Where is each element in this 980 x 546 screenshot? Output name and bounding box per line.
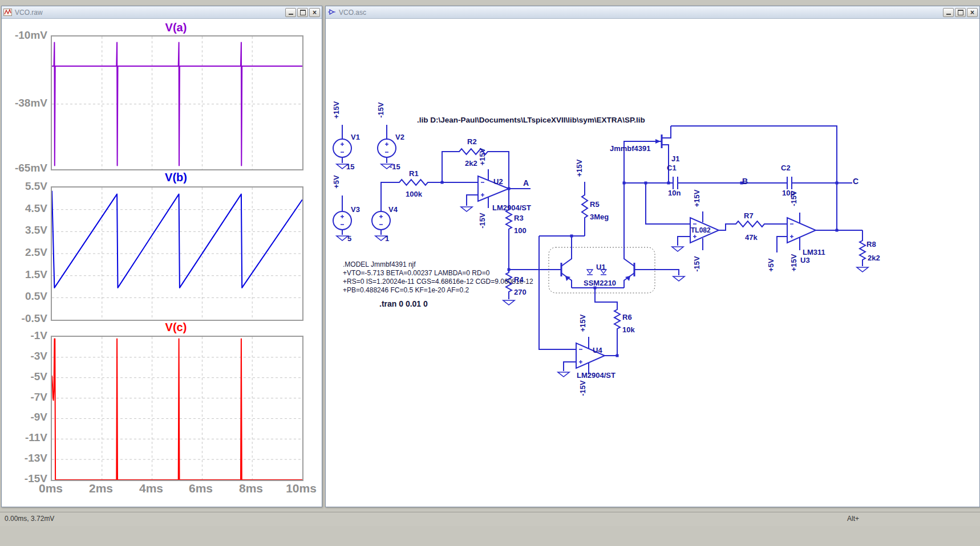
label-v1-value[interactable]: 15 [346, 162, 354, 171]
label-j1-name[interactable]: J1 [671, 154, 679, 163]
voltage-source[interactable] [333, 211, 351, 230]
label-u1-model[interactable]: SSM2210 [584, 279, 616, 287]
label-r1-name[interactable]: R1 [409, 169, 419, 178]
rail-label-u3-top[interactable]: -15V [789, 190, 798, 206]
schematic-canvas-area[interactable]: .lib D:\Jean-Paul\Documents\LTspiceXVII\… [326, 19, 979, 507]
rail-label-u3-ref[interactable]: +5V [767, 258, 775, 272]
opamp[interactable] [787, 218, 816, 243]
rail-label-v3[interactable]: +5V [332, 175, 341, 189]
capacitor[interactable] [787, 177, 792, 189]
label-u3-model[interactable]: LM311 [803, 248, 825, 256]
label-r8-value[interactable]: 2k2 [868, 254, 880, 262]
label-u2-model[interactable]: LM2904/ST [492, 203, 531, 212]
label-r2-value[interactable]: 2k2 [465, 159, 477, 168]
waveform-trace[interactable] [52, 339, 302, 480]
wire[interactable] [671, 126, 837, 230]
spice-directive-lib[interactable]: .lib D:\Jean-Paul\Documents\LTspiceXVII\… [417, 116, 645, 124]
spice-directive-tran[interactable]: .tran 0 0.01 0 [379, 299, 428, 308]
label-v2-value[interactable]: -15 [390, 162, 400, 171]
resistor[interactable] [396, 180, 431, 185]
minimize-button[interactable] [943, 8, 954, 17]
label-v4-value[interactable]: 1 [385, 234, 389, 243]
wire[interactable] [467, 195, 478, 206]
label-c1-name[interactable]: C1 [667, 164, 677, 172]
plot-va[interactable] [51, 35, 303, 170]
wire[interactable] [662, 126, 671, 138]
resistor[interactable] [614, 307, 620, 332]
capacitor[interactable] [673, 177, 678, 189]
voltage-source[interactable] [333, 139, 351, 157]
bjt-collector[interactable] [561, 247, 572, 266]
label-j1-model[interactable]: Jmmbf4391 [610, 144, 651, 153]
spice-model-line1[interactable]: .MODEL Jmmbf4391 njf [343, 260, 416, 268]
label-v2-name[interactable]: V2 [395, 133, 404, 141]
label-r4-name[interactable]: R4 [514, 275, 524, 284]
rail-label-r5[interactable]: +15V [575, 160, 584, 177]
resistor[interactable] [860, 238, 865, 263]
wire[interactable] [777, 237, 787, 252]
minimize-button[interactable] [285, 8, 296, 17]
label-c2-name[interactable]: C2 [781, 164, 791, 172]
label-c1-value[interactable]: 10n [668, 189, 681, 197]
resistor[interactable] [733, 221, 767, 227]
label-u1-name[interactable]: U1 [596, 263, 606, 271]
label-u3-name[interactable]: U3 [800, 256, 810, 264]
label-u4-model[interactable]: LM2904/ST [577, 371, 615, 380]
port-label-b[interactable]: B [742, 177, 748, 186]
wire[interactable] [442, 152, 456, 182]
label-r7-value[interactable]: 47k [745, 233, 758, 242]
label-r2-name[interactable]: R2 [467, 137, 477, 146]
wire[interactable] [719, 224, 733, 230]
bjt-collector[interactable] [624, 247, 634, 266]
label-r5-name[interactable]: R5 [590, 200, 600, 209]
voltage-source[interactable] [372, 211, 390, 230]
spice-model-line2[interactable]: +VTO=-5.713 BETA=0.00237 LAMBDA=0 RD=0 [343, 269, 489, 277]
ground-symbol[interactable] [558, 372, 569, 377]
ground-symbol[interactable] [673, 276, 685, 281]
label-v4-name[interactable]: V4 [388, 205, 398, 214]
wire[interactable] [678, 237, 690, 246]
titlebar-vco-raw[interactable]: VCO.raw × [2, 6, 322, 19]
spice-model-line3[interactable]: +RS=0 IS=1.20024e-11 CGS=4.68616e-12 CGD… [343, 278, 533, 286]
label-u2-name[interactable]: U2 [493, 177, 503, 186]
label-r3-value[interactable]: 100 [514, 226, 527, 235]
close-button[interactable]: × [309, 8, 320, 17]
ground-symbol[interactable] [461, 207, 472, 211]
label-r7-name[interactable]: R7 [744, 211, 754, 220]
label-r6-value[interactable]: 10k [622, 325, 635, 334]
label-u4-name[interactable]: U4 [593, 346, 602, 355]
ground-symbol[interactable] [672, 247, 683, 251]
port-label-c[interactable]: C [853, 177, 858, 186]
rail-label-v2[interactable]: -15V [376, 102, 385, 117]
rail-label-u3-bot[interactable]: +15V [789, 254, 798, 272]
wire[interactable] [595, 288, 617, 307]
rail-label-u4-top[interactable]: +15V [578, 315, 587, 332]
wire[interactable] [564, 362, 576, 371]
titlebar-vco-asc[interactable]: VCO.asc × [326, 6, 979, 19]
label-r5-value[interactable]: 3Meg [590, 213, 609, 221]
ground-symbol[interactable] [857, 267, 868, 272]
waveform-trace[interactable] [52, 191, 302, 288]
label-v3-value[interactable]: 5 [347, 234, 351, 243]
label-v3-name[interactable]: V3 [351, 205, 360, 214]
spice-model-line4[interactable]: +PB=0.488246 FC=0.5 KF=1e-20 AF=0.2 [343, 286, 469, 294]
restore-button[interactable] [955, 8, 966, 17]
label-r4-value[interactable]: 270 [514, 288, 527, 296]
label-u5-model[interactable]: TL082 [691, 226, 711, 234]
restore-button[interactable] [297, 8, 308, 17]
label-v1-name[interactable]: V1 [351, 133, 360, 141]
port-label-a[interactable]: A [523, 178, 529, 188]
label-r6-name[interactable]: R6 [622, 313, 632, 321]
rail-label-u5-top[interactable]: +15V [693, 190, 701, 207]
wire[interactable] [634, 270, 679, 275]
label-r1-value[interactable]: 100k [406, 190, 422, 198]
wire[interactable] [605, 332, 617, 356]
rail-label-u2-top[interactable]: +15V [478, 148, 487, 166]
plot-vb[interactable] [51, 186, 303, 321]
plot-vc[interactable] [51, 336, 303, 481]
label-r8-name[interactable]: R8 [866, 240, 876, 248]
rail-label-u4-bot[interactable]: -15V [578, 380, 587, 396]
rail-label-v1[interactable]: +15V [332, 101, 341, 119]
resistor[interactable] [582, 192, 588, 221]
rail-label-u2-bot[interactable]: -15V [478, 213, 487, 228]
